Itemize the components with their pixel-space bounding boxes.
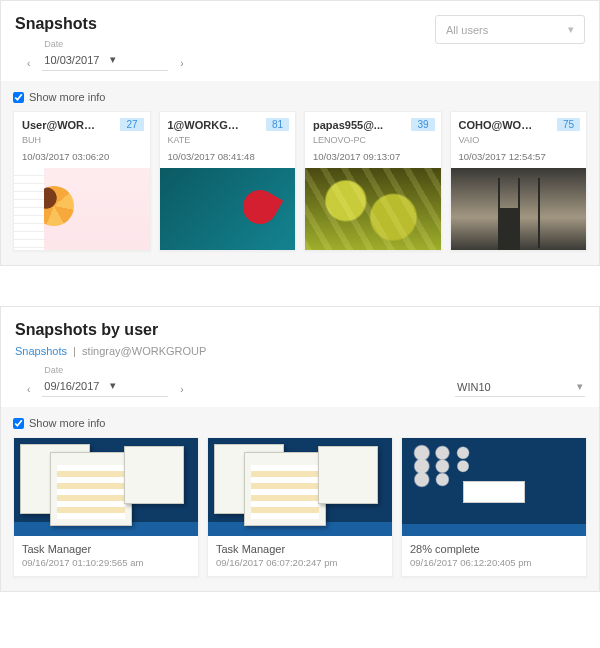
panel-body: Show more info Task Manager 09/16/2017 0… — [1, 407, 599, 591]
card-count-badge: 81 — [266, 118, 289, 131]
date-value: 09/16/2017 — [44, 380, 106, 392]
snapshot-card[interactable]: Task Manager 09/16/2017 06:07:20:247 pm — [207, 437, 393, 577]
date-field[interactable]: 10/03/2017 ▾ — [42, 49, 168, 71]
card-machine: VAIO — [459, 135, 579, 145]
show-more-info-checkbox[interactable] — [13, 92, 24, 103]
card-count-badge: 27 — [120, 118, 143, 131]
page-title: Snapshots by user — [15, 321, 206, 339]
machine-select[interactable]: WIN10 ▾ — [455, 377, 585, 397]
show-more-info-label: Show more info — [29, 91, 105, 103]
card-timestamp: 10/03/2017 03:06:20 — [22, 151, 142, 162]
card-timestamp: 10/03/2017 09:13:07 — [313, 151, 433, 162]
chevron-right-icon[interactable]: › — [176, 382, 187, 397]
breadcrumb: Snapshots | stingray@WORKGROUP — [15, 345, 206, 357]
date-field-wrap: Date 09/16/2017 ▾ — [42, 365, 168, 397]
caret-down-icon[interactable]: ▾ — [106, 377, 168, 394]
users-select-value: All users — [446, 24, 488, 36]
show-more-info-toggle[interactable]: Show more info — [13, 417, 587, 429]
card-timestamp: 10/03/2017 08:41:48 — [168, 151, 288, 162]
snapshot-thumbnail — [14, 168, 150, 250]
show-more-info-label: Show more info — [29, 417, 105, 429]
snapshot-thumbnail — [305, 168, 441, 250]
snapshots-by-user-panel: Snapshots by user Snapshots | stingray@W… — [0, 306, 600, 592]
chevron-right-icon[interactable]: › — [176, 56, 187, 71]
snapshot-card[interactable]: 1@WORKGRO... 81 KATE 10/03/2017 08:41:48 — [159, 111, 297, 251]
chevron-left-icon[interactable]: ‹ — [23, 56, 34, 71]
caret-down-icon[interactable]: ▾ — [106, 51, 168, 68]
snapshot-card[interactable]: Task Manager 09/16/2017 01:10:29:565 am — [13, 437, 199, 577]
panel-header: Snapshots by user Snapshots | stingray@W… — [1, 307, 599, 407]
caret-down-icon: ▾ — [568, 23, 574, 36]
snapshot-card[interactable]: COHO@WOR... 75 VAIO 10/03/2017 12:54:57 — [450, 111, 588, 251]
snapshot-card[interactable]: User@WORK... 27 BUH 10/03/2017 03:06:20 — [13, 111, 151, 251]
breadcrumb-current: stingray@WORKGROUP — [82, 345, 206, 357]
snapshot-card[interactable]: 28% complete 09/16/2017 06:12:20:405 pm — [401, 437, 587, 577]
card-footer: Task Manager 09/16/2017 01:10:29:565 am — [14, 536, 198, 576]
users-select[interactable]: All users ▾ — [435, 15, 585, 44]
date-label: Date — [44, 365, 168, 375]
date-value: 10/03/2017 — [44, 54, 106, 66]
snapshot-card-row: Task Manager 09/16/2017 01:10:29:565 am … — [13, 437, 587, 577]
card-title: 28% complete — [410, 543, 578, 555]
snapshot-thumbnail — [451, 168, 587, 250]
caret-down-icon: ▾ — [577, 380, 583, 393]
snapshot-thumbnail — [14, 438, 198, 536]
card-timestamp: 09/16/2017 01:10:29:565 am — [22, 557, 190, 568]
card-timestamp: 09/16/2017 06:07:20:247 pm — [216, 557, 384, 568]
snapshot-thumbnail — [402, 438, 586, 536]
snapshot-card-row: User@WORK... 27 BUH 10/03/2017 03:06:20 … — [13, 111, 587, 251]
show-more-info-checkbox[interactable] — [13, 418, 24, 429]
card-machine: KATE — [168, 135, 288, 145]
snapshots-panel: Snapshots ‹ Date 10/03/2017 ▾ › All user… — [0, 0, 600, 266]
card-user: 1@WORKGRO... — [168, 119, 244, 131]
card-machine: LENOVO-PC — [313, 135, 433, 145]
card-count-badge: 75 — [557, 118, 580, 131]
card-footer: 28% complete 09/16/2017 06:12:20:405 pm — [402, 536, 586, 576]
card-timestamp: 10/03/2017 12:54:57 — [459, 151, 579, 162]
card-title: Task Manager — [22, 543, 190, 555]
card-header: COHO@WOR... 75 VAIO 10/03/2017 12:54:57 — [451, 112, 587, 168]
snapshot-thumbnail — [208, 438, 392, 536]
title-area: Snapshots by user Snapshots | stingray@W… — [15, 321, 206, 397]
breadcrumb-link[interactable]: Snapshots — [15, 345, 67, 357]
card-header: 1@WORKGRO... 81 KATE 10/03/2017 08:41:48 — [160, 112, 296, 168]
title-area: Snapshots ‹ Date 10/03/2017 ▾ › — [15, 15, 188, 71]
machine-select-value: WIN10 — [457, 381, 491, 393]
card-header: papas955@... 39 LENOVO-PC 10/03/2017 09:… — [305, 112, 441, 168]
panel-body: Show more info User@WORK... 27 BUH 10/03… — [1, 81, 599, 265]
card-title: Task Manager — [216, 543, 384, 555]
card-timestamp: 09/16/2017 06:12:20:405 pm — [410, 557, 578, 568]
card-count-badge: 39 — [411, 118, 434, 131]
date-picker: ‹ Date 09/16/2017 ▾ › — [23, 365, 206, 397]
card-header: User@WORK... 27 BUH 10/03/2017 03:06:20 — [14, 112, 150, 168]
page-title: Snapshots — [15, 15, 188, 33]
card-machine: BUH — [22, 135, 142, 145]
snapshot-thumbnail — [160, 168, 296, 250]
breadcrumb-sep: | — [73, 345, 76, 357]
panel-header: Snapshots ‹ Date 10/03/2017 ▾ › All user… — [1, 1, 599, 81]
card-user: User@WORK... — [22, 119, 98, 131]
card-user: COHO@WOR... — [459, 119, 535, 131]
date-field[interactable]: 09/16/2017 ▾ — [42, 375, 168, 397]
card-user: papas955@... — [313, 119, 389, 131]
date-field-wrap: Date 10/03/2017 ▾ — [42, 39, 168, 71]
chevron-left-icon[interactable]: ‹ — [23, 382, 34, 397]
snapshot-card[interactable]: papas955@... 39 LENOVO-PC 10/03/2017 09:… — [304, 111, 442, 251]
date-picker: ‹ Date 10/03/2017 ▾ › — [23, 39, 188, 71]
card-footer: Task Manager 09/16/2017 06:07:20:247 pm — [208, 536, 392, 576]
show-more-info-toggle[interactable]: Show more info — [13, 91, 587, 103]
date-label: Date — [44, 39, 168, 49]
